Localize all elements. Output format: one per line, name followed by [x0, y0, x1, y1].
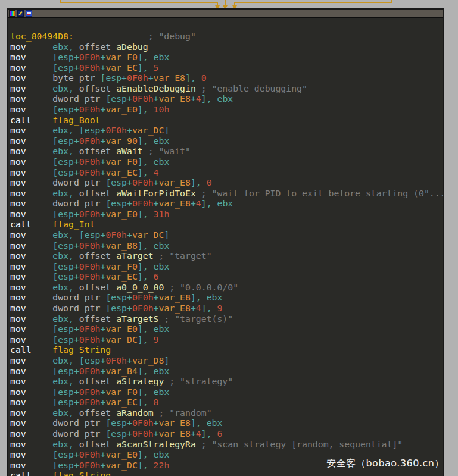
asm-token: + [191, 198, 196, 208]
asm-token: ] [164, 125, 169, 135]
asm-token: [esp+ [52, 156, 79, 167]
asm-token: mov [10, 104, 26, 114]
asm-token: aRandom [116, 408, 153, 418]
asm-token: 0F0h [132, 198, 154, 208]
asm-line[interactable]: mov ebx, offset aDebug [10, 42, 443, 52]
asm-token: dword ptr [52, 292, 105, 302]
node-title-bar[interactable] [8, 10, 443, 18]
asm-token [26, 387, 53, 397]
asm-token: 0F0h [79, 460, 101, 470]
asm-line[interactable]: mov ebx, [esp+0F0h+var_D8] [10, 355, 443, 366]
color-palette-icon[interactable] [9, 10, 15, 17]
asm-token: 4 [196, 303, 201, 313]
asm-token: var_E8 [158, 198, 190, 208]
asm-token: call [10, 219, 32, 229]
asm-line[interactable]: mov ebx, offset aScanStrategyRa ; "scan … [10, 439, 443, 450]
asm-token: 0F0h [105, 230, 127, 240]
asm-line[interactable]: mov ebx, [esp+0F0h+var_DC] [10, 230, 443, 240]
asm-line[interactable]: mov [esp+0F0h+var_90], ebx [10, 136, 443, 146]
asm-token: 8 [154, 397, 159, 407]
asm-token [26, 282, 53, 292]
asm-line[interactable]: mov [esp+0F0h+var_B8], ebx [10, 240, 443, 251]
asm-token [26, 314, 53, 324]
asm-token: [esp+ [52, 387, 79, 397]
asm-token: var_EC [105, 397, 137, 407]
asm-line[interactable]: loc_80494D8: ; "debug" [10, 31, 443, 42]
asm-line[interactable]: mov ebx, offset aTargetS ; "target(s)" [10, 314, 443, 324]
asm-token: 0F0h [132, 93, 154, 104]
asm-token: [esp+ [52, 52, 79, 62]
disassembly-listing[interactable]: loc_80494D8: ; "debug"mov ebx, offset aD… [8, 18, 443, 476]
asm-token [26, 355, 53, 365]
asm-line[interactable]: mov [esp+0F0h+var_E0], 10h [10, 104, 443, 115]
asm-line[interactable]: mov ebx, offset aWaitForPidToEx ; "wait … [10, 188, 443, 199]
asm-line[interactable]: mov ebx, offset aStrategy ; "strategy" [10, 376, 443, 387]
asm-token [26, 428, 53, 439]
asm-token: offset [79, 282, 116, 292]
asm-line[interactable]: mov [esp+0F0h+var_EC], 8 [10, 397, 443, 408]
asm-token: ; "target(s)" [158, 314, 233, 324]
asm-token: 0F0h [132, 428, 154, 439]
asm-line[interactable]: mov [esp+0F0h+var_DC], 9 [10, 334, 443, 345]
asm-line[interactable]: mov [esp+0F0h+var_EC], 4 [10, 167, 443, 178]
asm-line[interactable]: call flag_String [10, 345, 443, 355]
asm-token: + [127, 125, 132, 135]
asm-token: var_F0 [105, 156, 137, 167]
asm-token: ; "0.0.0.0/0" [164, 282, 238, 292]
asm-token: var_90 [105, 136, 137, 146]
asm-token: + [148, 73, 154, 83]
asm-line[interactable]: call flag_String [10, 470, 443, 476]
asm-token: ; "wait for PID to exit before starting … [196, 188, 444, 198]
asm-line[interactable]: call flag_Bool [10, 115, 443, 126]
edit-pencil-icon[interactable] [17, 10, 24, 17]
asm-token: mov [10, 292, 26, 302]
group-node-icon[interactable] [26, 10, 32, 17]
asm-line[interactable]: mov dword ptr [esp+0F0h+var_E8+4], ebx [10, 198, 443, 209]
asm-line[interactable]: mov ebx, offset aWait ; "wait" [10, 146, 443, 156]
asm-token: ebx, [52, 282, 79, 292]
asm-line[interactable]: mov ebx, offset aEnableDebuggin ; "enabl… [10, 83, 443, 94]
asm-token: dword ptr [52, 303, 105, 313]
asm-line[interactable]: call flag_Int [10, 219, 443, 230]
asm-line[interactable]: mov byte ptr [esp+0F0h+var_E8], 0 [10, 73, 443, 83]
asm-line[interactable]: mov [esp+0F0h+var_F0], ebx [10, 387, 443, 397]
asm-token [32, 115, 53, 125]
asm-line[interactable]: mov [esp+0F0h+var_E0], ebx [10, 324, 443, 334]
asm-token: ], [138, 460, 154, 470]
asm-token: ] [164, 230, 169, 240]
asm-token [26, 397, 53, 407]
asm-token: mov [10, 188, 26, 198]
asm-token [26, 209, 53, 219]
asm-line[interactable]: mov dword ptr [esp+0F0h+var_E8], ebx [10, 292, 443, 303]
asm-token: ], ebx [201, 93, 233, 104]
asm-line[interactable]: mov [esp+0F0h+var_B4], ebx [10, 366, 443, 377]
asm-line[interactable]: mov [esp+0F0h+var_EC], 5 [10, 62, 443, 73]
asm-token: 0F0h [79, 324, 101, 334]
asm-line[interactable]: mov [esp+0F0h+var_E0], 31h [10, 209, 443, 220]
asm-line[interactable]: mov dword ptr [esp+0F0h+var_E8+4], 9 [10, 303, 443, 314]
asm-token: [esp+ [52, 366, 79, 376]
asm-token: 0F0h [79, 136, 101, 146]
asm-line[interactable]: mov ebx, offset a0_0_0_00 ; "0.0.0.0/0" [10, 282, 443, 293]
asm-line[interactable]: mov [esp+0F0h+var_F0], ebx [10, 52, 443, 62]
asm-line[interactable]: mov dword ptr [esp+0F0h+var_E8+4], 6 [10, 428, 443, 439]
asm-line[interactable]: mov [esp+0F0h+var_EC], 6 [10, 271, 443, 282]
asm-line[interactable]: mov [esp+0F0h+var_F0], ebx [10, 261, 443, 272]
asm-token: mov [10, 52, 26, 62]
asm-token: mov [10, 250, 26, 261]
asm-token: [esp+ [105, 428, 132, 439]
asm-line[interactable]: mov ebx, [esp+0F0h+var_DC] [10, 125, 443, 136]
asm-token: ], ebx [138, 156, 169, 167]
asm-token: ], ebx [201, 198, 233, 208]
asm-line[interactable]: mov dword ptr [esp+0F0h+var_E8+4], ebx [10, 93, 443, 104]
asm-line[interactable]: mov ebx, offset aRandom ; "random" [10, 408, 443, 418]
asm-line[interactable]: mov dword ptr [esp+0F0h+var_E8], ebx [10, 418, 443, 428]
asm-token: var_E8 [158, 428, 190, 439]
asm-token: var_EC [105, 62, 137, 73]
asm-line[interactable]: mov dword ptr [esp+0F0h+var_E8], 0 [10, 177, 443, 188]
asm-token: mov [10, 230, 26, 240]
asm-token [32, 470, 53, 476]
asm-line[interactable]: mov [esp+0F0h+var_F0], ebx [10, 156, 443, 167]
asm-token: 9 [154, 334, 159, 345]
asm-line[interactable]: mov ebx, offset aTarget ; "target" [10, 250, 443, 261]
